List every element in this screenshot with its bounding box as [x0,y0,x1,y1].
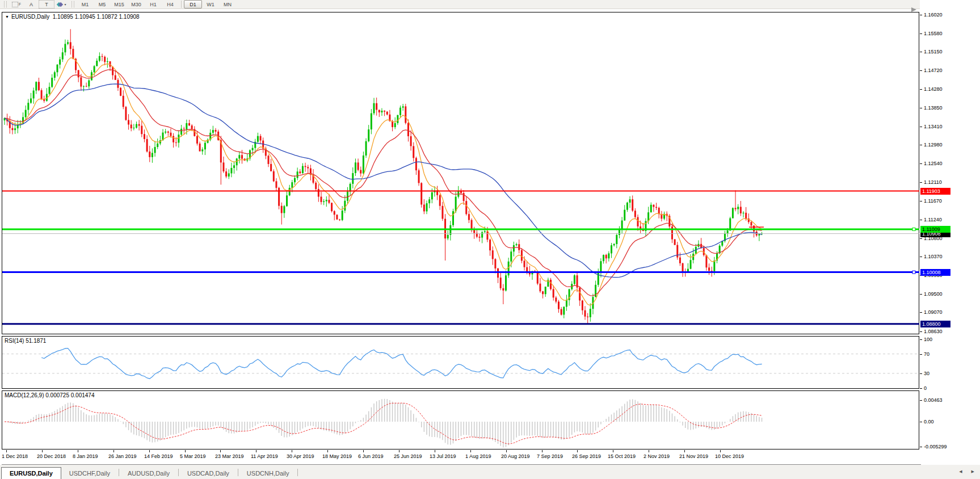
autoscroll-marker-icon[interactable] [911,7,916,12]
timeframe-M5[interactable]: M5 [94,1,111,8]
date-label: 1 Aug 2019 [465,453,491,459]
price-axis-label: 0.00463 [924,397,943,403]
price-axis-label: 0 [924,385,927,391]
axis-tick [920,52,922,52]
date-tick [220,450,221,452]
axis-tick [920,331,922,332]
tab-USDCNH-Daily[interactable]: USDCNH,Daily [239,468,297,478]
main-panel-border [2,12,919,334]
date-tick [113,450,114,452]
hline-price-badge: 1.11009 [920,226,950,233]
text-tool-button[interactable]: T [39,0,54,9]
axis-tick [920,422,922,422]
rsi-panel-border [2,337,919,389]
hline-handle [912,228,915,231]
tab-EURUSD-Daily[interactable]: EURUSD,Daily [1,467,61,479]
timeframe-M15[interactable]: M15 [111,1,128,8]
price-axis-label: 1.12110 [924,179,942,185]
tab-separator [178,469,179,476]
price-axis-label: 100 [924,337,932,342]
toolbar-grip[interactable] [4,1,7,7]
axis-tick [920,201,922,201]
toolbar-grip[interactable] [71,1,74,7]
symbol-tabs: EURUSD,DailyUSDCHF,DailyAUDUSD,DailyUSDC… [0,465,980,479]
date-label: 14 Feb 2019 [144,453,173,459]
toolbar: F A T ▾ M1M5M15M30H1H4D1W1MN [0,0,980,9]
timeframe-bar: M1M5M15M30H1H4D1W1MN [77,0,236,9]
date-tick [42,450,43,452]
date-tick [577,450,578,452]
date-tick [720,450,721,452]
macd-panel-canvas[interactable] [2,390,919,449]
date-tick [684,450,685,452]
tab-USDCAD-Daily[interactable]: USDCAD,Daily [179,468,237,478]
tab-separator [238,469,238,476]
collapse-arrow-icon[interactable]: ▼ [5,15,9,19]
price-axis-label: 1.09500 [924,291,943,297]
timeframe-H1[interactable]: H1 [145,1,162,8]
date-tick [399,450,399,452]
tab-scroll-arrows: ◀ ▶ [959,469,974,474]
date-tick [185,450,186,452]
date-tick [292,450,292,452]
timeframe-D1[interactable]: D1 [184,0,202,9]
price-axis-label: 1.08630 [924,329,943,334]
price-axis-label: 1.11240 [924,217,942,222]
date-label: 7 Sep 2019 [537,453,563,459]
toolbar-separator [181,1,182,8]
tab-separator [297,469,298,476]
colors-button[interactable]: ▾ [54,1,69,8]
chart-grid-icon [12,2,18,7]
date-tick [470,450,471,452]
date-label: 13 Jul 2019 [430,453,456,459]
date-label: 6 Jun 2019 [358,453,384,459]
price-axis: 1.160201.155801.151501.147201.142801.138… [920,0,980,464]
date-label: 25 Jun 2019 [394,453,422,459]
date-label: 30 Apr 2019 [287,453,314,459]
main-chart-canvas[interactable] [2,12,919,334]
axis-tick [920,388,922,389]
price-axis-label: 1.16020 [924,12,943,18]
date-axis: 1 Dec 201820 Dec 20188 Jan 201926 Jan 20… [2,450,921,465]
axis-tick [920,220,922,220]
date-label: 26 Sep 2019 [572,453,601,459]
price-axis-label: 1.15580 [924,31,943,36]
rsi-panel-canvas[interactable] [2,336,919,389]
axis-tick [920,400,922,401]
price-axis-label: 1.13850 [924,105,943,111]
symbol-title: EURUSD,Daily [11,14,49,20]
timeframe-MN[interactable]: MN [219,1,236,8]
axis-tick [920,163,922,164]
date-label: 8 Jan 2019 [73,453,98,459]
price-axis-label: 1.12980 [924,142,943,148]
date-tick [6,450,7,452]
price-axis-label: 1.12540 [924,161,943,166]
timeframe-H4[interactable]: H4 [162,1,179,8]
date-label: 5 Mar 2019 [180,453,206,459]
arrow-tool-button[interactable]: A [24,1,39,8]
date-label: 1 Dec 2018 [2,453,28,459]
price-axis-label: 70 [924,351,929,357]
tab-scroll-right-button[interactable]: ▶ [971,469,974,474]
timeframe-M1[interactable]: M1 [77,1,94,8]
axis-tick [920,312,922,313]
date-tick [435,450,435,452]
axis-tick [920,108,922,108]
tab-USDCHF-Daily[interactable]: USDCHF,Daily [61,468,118,478]
price-axis-label: 1.09070 [924,309,943,315]
axis-tick [920,89,922,90]
axis-tick [920,145,922,145]
hline-price-badge: 1.08800 [920,321,950,327]
date-tick [649,450,649,452]
chart-shift-button[interactable]: F [9,1,24,8]
macd-label: MACD(12,26,9) 0.000725 0.001474 [5,392,94,398]
timeframe-W1[interactable]: W1 [202,1,219,8]
timeframe-M30[interactable]: M30 [128,1,145,8]
tab-scroll-left-button[interactable]: ◀ [959,469,962,474]
axis-tick [920,447,922,447]
date-label: 2 Nov 2019 [643,453,670,459]
axis-tick [920,373,922,374]
tab-AUDUSD-Daily[interactable]: AUDUSD,Daily [120,468,178,478]
color-swatch-icon [58,2,63,6]
axis-tick [920,238,922,239]
